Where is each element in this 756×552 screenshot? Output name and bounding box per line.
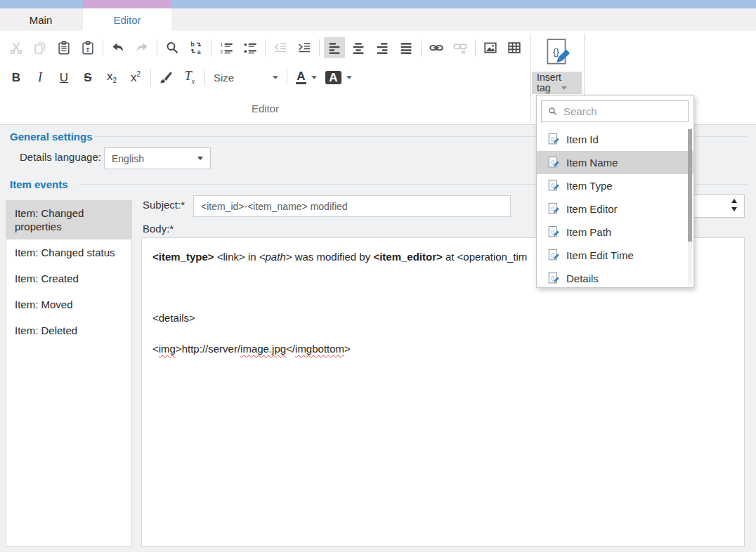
- undo-icon[interactable]: [107, 37, 129, 58]
- ribbon-accent-strip: [0, 0, 756, 8]
- tag-icon: (): [548, 156, 560, 169]
- chevron-down-icon: [273, 76, 278, 79]
- editor-tab-accent: [83, 0, 171, 8]
- find-icon[interactable]: [162, 37, 183, 58]
- italic-glyph: I: [38, 71, 42, 84]
- tag-item[interactable]: ()Item Edit Time: [537, 244, 695, 267]
- body-text-segment: >http://server/: [176, 343, 240, 355]
- tab-bar: Main Editor: [0, 8, 756, 31]
- body-text-segment: <item_editor>: [373, 251, 442, 263]
- copy-icon: [30, 37, 51, 58]
- tag-item[interactable]: ()Item Path: [537, 221, 695, 244]
- increase-indent-icon[interactable]: [294, 37, 315, 58]
- details-language-value: English: [112, 153, 144, 164]
- misspelled-text-segment: img: [159, 343, 176, 355]
- editor-window: Main Editor Tba12 BIUSx2x2TxSizeAA Edito…: [0, 0, 756, 552]
- insert-tag-label: Insert tag: [532, 72, 582, 94]
- underline-icon[interactable]: U: [53, 67, 74, 88]
- misspelled-text-segment: imgbottom: [295, 343, 344, 355]
- font-size-label: Size: [214, 72, 234, 84]
- bullet-list-icon[interactable]: [240, 37, 261, 58]
- replace-icon[interactable]: ba: [185, 37, 207, 58]
- details-language-select[interactable]: English: [104, 147, 211, 169]
- format-painter-icon[interactable]: [155, 67, 176, 88]
- tab-main[interactable]: Main: [14, 8, 67, 31]
- misspelled-text-segment: image.jpg: [240, 343, 286, 355]
- tag-icon: (): [548, 133, 560, 146]
- strikethrough-glyph: S: [84, 72, 91, 84]
- svg-text:(): (): [552, 206, 555, 211]
- insert-link-icon[interactable]: [426, 37, 447, 58]
- body-text-line-1: <item_type> <link> in <path> was modifie…: [152, 251, 527, 263]
- toolbar-separator: [421, 39, 422, 56]
- remove-link-icon: [450, 37, 471, 58]
- tag-search-input[interactable]: [563, 105, 682, 117]
- subject-label: Subject:*: [143, 199, 185, 211]
- tag-item-label: Details: [566, 272, 599, 284]
- tag-item[interactable]: ()Details: [537, 267, 695, 290]
- insert-tag-icon: {}: [532, 37, 582, 72]
- cut-icon: [6, 37, 27, 58]
- subscript-icon[interactable]: x2: [101, 67, 122, 88]
- tag-item[interactable]: ()Item Editor: [537, 197, 695, 221]
- body-text-segment: at <operation_tim: [443, 251, 528, 263]
- insert-image-icon[interactable]: [480, 37, 501, 58]
- tag-item[interactable]: ()Item Type: [537, 174, 695, 197]
- justify-icon[interactable]: [396, 37, 417, 58]
- stepper-down-icon[interactable]: [731, 207, 737, 211]
- body-text-segment: <: [152, 343, 159, 355]
- stepper-up-icon[interactable]: [731, 199, 737, 203]
- superscript-glyph: x2: [131, 71, 141, 84]
- svg-text:{}: {}: [552, 46, 559, 57]
- tag-icon: (): [548, 179, 560, 192]
- remove-format-icon[interactable]: Tx: [179, 67, 200, 88]
- dropdown-scrollbar[interactable]: [688, 128, 692, 284]
- event-item[interactable]: Item: Changed status: [6, 239, 131, 265]
- tag-item-list: ()Item Id()Item Name()Item Type()Item Ed…: [537, 128, 695, 290]
- tab-editor[interactable]: Editor: [83, 8, 171, 31]
- tag-item-label: Item Edit Time: [566, 249, 634, 261]
- paste-as-text-icon[interactable]: T: [77, 37, 98, 58]
- paste-icon[interactable]: [53, 37, 74, 58]
- text-color-icon[interactable]: A: [292, 67, 321, 88]
- svg-text:(): (): [552, 229, 555, 235]
- event-item[interactable]: Item: Deleted: [6, 317, 131, 343]
- strikethrough-icon[interactable]: S: [77, 67, 98, 88]
- search-icon: [547, 106, 558, 117]
- align-left-icon[interactable]: [324, 37, 345, 58]
- scrollbar-thumb[interactable]: [688, 129, 692, 242]
- subject-input[interactable]: [193, 195, 511, 217]
- background-color-icon[interactable]: A: [324, 67, 353, 88]
- underline-glyph: U: [60, 72, 68, 84]
- tag-item[interactable]: ()Item Name: [537, 151, 695, 174]
- event-item[interactable]: Item: Created: [6, 265, 131, 291]
- svg-text:(): (): [552, 252, 555, 258]
- chevron-down-icon: [197, 157, 203, 160]
- tag-item-label: Item Name: [566, 157, 618, 169]
- event-item[interactable]: Item: Changed properties: [6, 201, 131, 239]
- tag-item[interactable]: ()Item Id: [537, 128, 695, 151]
- insert-tag-button[interactable]: {} Insert tag: [532, 37, 582, 94]
- bold-icon[interactable]: B: [6, 67, 27, 88]
- superscript-icon[interactable]: x2: [125, 67, 146, 88]
- svg-text:2: 2: [220, 48, 223, 55]
- toolbar-separator: [103, 39, 103, 56]
- tag-icon: (): [548, 202, 560, 216]
- font-size-select[interactable]: Size: [209, 67, 282, 88]
- event-item[interactable]: Item: Moved: [6, 291, 131, 317]
- chevron-down-icon: [346, 76, 352, 79]
- ribbon-group-label: Editor: [0, 103, 530, 114]
- svg-text:b: b: [190, 41, 195, 48]
- numbered-list-icon[interactable]: 12: [216, 37, 237, 58]
- tag-search-box[interactable]: [541, 100, 689, 122]
- body-text-line-3: <img>http://server/image.jpg</imgbottom>: [152, 343, 351, 355]
- align-right-icon[interactable]: [372, 37, 393, 58]
- body-text-segment: was modified by: [292, 251, 373, 263]
- svg-text:(): (): [552, 136, 555, 142]
- italic-icon[interactable]: I: [30, 67, 51, 88]
- insert-table-icon[interactable]: [504, 37, 525, 58]
- general-settings-heading: General settings: [10, 131, 93, 143]
- toolbar-separator: [319, 39, 320, 56]
- tag-item-label: Item Path: [566, 226, 611, 238]
- align-center-icon[interactable]: [348, 37, 369, 58]
